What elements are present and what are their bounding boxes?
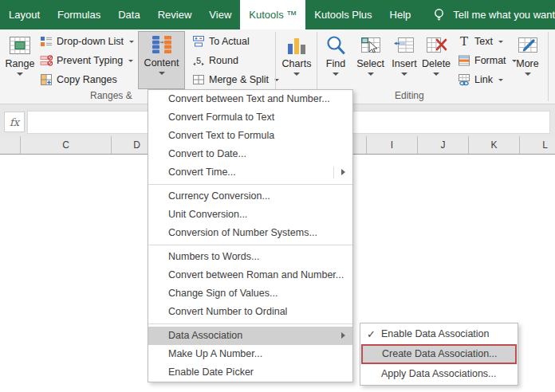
tell-me-label: Tell me what you want to <box>453 9 555 21</box>
menu-item[interactable]: Convert Text to Formula <box>148 127 352 145</box>
link-icon <box>458 73 470 86</box>
submenu-item-enable-data-association[interactable]: ✓ Enable Data Association <box>360 324 518 344</box>
select-button[interactable]: Select <box>353 31 388 89</box>
chevron-down-icon <box>128 60 133 62</box>
text-label: Text <box>474 36 493 47</box>
round-button[interactable]: 5 Round <box>191 51 281 70</box>
dropdown-list-button[interactable]: Drop-down List <box>38 32 136 51</box>
svg-text:5: 5 <box>196 56 201 65</box>
submenu-item-label: Apply Data Associations... <box>381 368 497 379</box>
group-label-ranges: Ranges & <box>90 90 132 101</box>
column-header[interactable] <box>0 136 21 154</box>
tab-review[interactable]: Review <box>149 0 201 29</box>
menu-item[interactable]: Unit Conversion... <box>148 206 352 224</box>
range-button[interactable]: Range <box>3 31 37 89</box>
menu-item[interactable]: Convert Formula to Text <box>148 108 352 127</box>
chevron-down-icon <box>17 73 23 76</box>
prevent-typing-label: Prevent Typing <box>57 55 123 66</box>
chevron-down-icon <box>368 73 374 76</box>
find-label: Find <box>326 59 345 69</box>
fx-label: fx <box>10 116 19 128</box>
menu-item[interactable]: Make Up A Number... <box>148 345 352 363</box>
insert-icon <box>393 34 415 57</box>
charts-label: Charts <box>282 59 312 69</box>
delete-icon <box>425 34 447 57</box>
more-icon <box>517 34 539 57</box>
menu-item[interactable]: Conversion of Number Systems... <box>148 224 352 242</box>
more-button[interactable]: More <box>510 31 545 89</box>
submenu-item-label: Enable Data Association <box>381 328 490 339</box>
chevron-down-icon <box>498 41 503 43</box>
tab-help[interactable]: Help <box>381 0 420 29</box>
menu-item[interactable]: Change Sign of Values... <box>148 284 352 303</box>
column-header-c[interactable]: C <box>21 136 112 154</box>
menu-item[interactable]: Convert between Text and Number... <box>148 90 352 108</box>
round-label: Round <box>209 55 238 66</box>
chevron-down-icon <box>159 72 165 75</box>
chevron-down-icon <box>498 79 503 81</box>
submenu-item-apply-data-associations[interactable]: Apply Data Associations... <box>360 364 518 384</box>
tab-formulas[interactable]: Formulas <box>49 0 109 29</box>
group-label-editing: Editing <box>395 90 424 101</box>
copy-ranges-button[interactable]: Copy Ranges <box>38 70 136 89</box>
menu-item[interactable]: Currency Conversion... <box>148 187 352 206</box>
find-icon <box>325 34 347 57</box>
delete-label: Delete <box>422 59 451 69</box>
menu-item-data-association[interactable]: Data Association <box>148 327 352 345</box>
range-label: Range <box>6 59 35 69</box>
delete-button[interactable]: Delete <box>420 31 452 89</box>
insert-button[interactable]: Insert <box>388 31 420 89</box>
column-header-i[interactable]: I <box>367 136 418 154</box>
text-button[interactable]: T Text <box>456 32 518 51</box>
prevent-typing-button[interactable]: Prevent Typing <box>38 51 136 70</box>
range-icon <box>9 34 31 57</box>
link-button[interactable]: Link <box>456 70 518 89</box>
tab-data[interactable]: Data <box>109 0 148 29</box>
content-icon <box>150 34 174 56</box>
menu-item-label: Data Association <box>168 330 242 341</box>
format-button[interactable]: Format <box>456 51 518 70</box>
column-header-k[interactable]: K <box>469 136 520 154</box>
submenu-arrow-icon <box>341 169 345 175</box>
copy-ranges-label: Copy Ranges <box>57 74 117 85</box>
find-button[interactable]: Find <box>320 31 352 89</box>
dropdown-list-icon <box>40 35 53 48</box>
menu-item[interactable]: Convert to Date... <box>148 145 352 163</box>
menu-separator <box>148 323 352 324</box>
menu-item-label: Convert Time... <box>168 167 236 178</box>
data-association-submenu: ✓ Enable Data Association Create Data As… <box>360 323 518 386</box>
column-header-j[interactable]: J <box>418 136 469 154</box>
tab-view[interactable]: View <box>200 0 240 29</box>
editing-small-buttons: T Text Format <box>456 32 518 89</box>
menu-item[interactable]: Enable Date Picker <box>148 363 352 382</box>
tab-layout[interactable]: Layout <box>0 0 49 29</box>
to-actual-icon <box>192 35 205 48</box>
fx-button[interactable]: fx <box>4 112 25 132</box>
merge-split-button[interactable]: Merge & Split <box>191 70 281 89</box>
menu-item[interactable]: Convert between Roman and Number... <box>148 266 352 284</box>
menu-item[interactable]: Numbers to Words... <box>148 248 352 266</box>
select-label: Select <box>356 59 384 69</box>
submenu-item-create-data-association[interactable]: Create Data Association... <box>361 344 517 364</box>
chevron-down-icon <box>433 73 439 76</box>
menu-separator <box>148 184 352 185</box>
lightbulb-icon <box>432 7 446 23</box>
tell-me-box[interactable]: Tell me what you want to <box>432 0 555 29</box>
submenu-divider <box>333 167 334 178</box>
group-divider <box>548 32 549 101</box>
charts-button[interactable]: Charts <box>278 31 315 89</box>
prevent-typing-icon <box>40 54 53 67</box>
chevron-down-icon <box>525 73 531 76</box>
merge-split-label: Merge & Split <box>209 74 269 85</box>
content-label: Content <box>144 58 179 69</box>
merge-split-icon <box>192 73 205 86</box>
menu-item-convert-time[interactable]: Convert Time... <box>148 163 352 182</box>
content-button[interactable]: Content <box>138 31 185 89</box>
tab-kutools-plus[interactable]: Kutools Plus <box>305 0 380 29</box>
tab-kutools[interactable]: Kutools ™ <box>240 0 305 29</box>
charts-icon <box>285 34 308 57</box>
menu-item[interactable]: Convert Number to Ordinal <box>148 303 352 321</box>
format-icon <box>458 54 470 67</box>
column-header-l[interactable]: L <box>520 136 555 154</box>
to-actual-button[interactable]: To Actual <box>191 32 281 51</box>
